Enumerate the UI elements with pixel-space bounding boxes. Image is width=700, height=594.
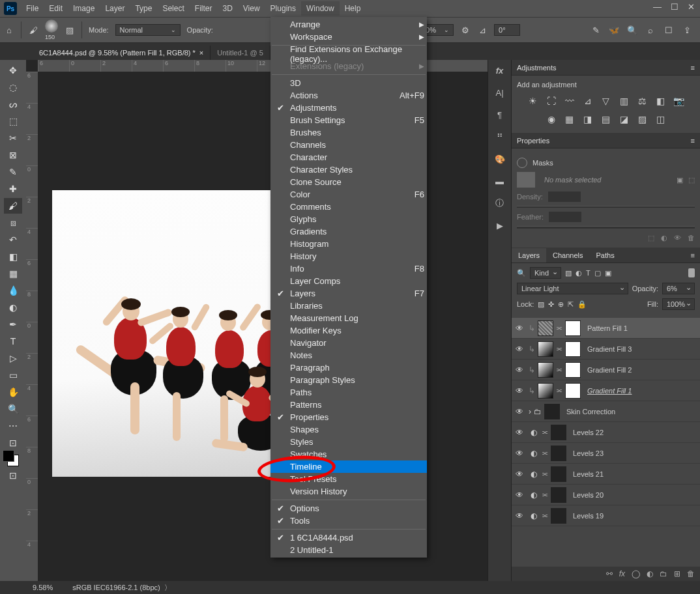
menu-item-gradients[interactable]: Gradients: [270, 225, 427, 238]
filter-type-icon[interactable]: T: [586, 269, 591, 277]
menu-item-navigator[interactable]: Navigator: [270, 337, 427, 349]
menu-item-version-history[interactable]: Version History: [270, 485, 427, 498]
menu-filter[interactable]: Filter: [190, 1, 218, 16]
menu-item-clone-source[interactable]: Clone Source: [270, 176, 427, 188]
brushes-dock-icon[interactable]: ⠛: [493, 130, 506, 143]
marquee-tool[interactable]: ◌: [4, 79, 22, 95]
menu-3d[interactable]: 3D: [217, 1, 237, 16]
lock-artboard-icon[interactable]: ⊕: [558, 300, 564, 309]
color-dock-icon[interactable]: ▬: [493, 175, 506, 188]
type-tool[interactable]: T: [4, 333, 22, 349]
link-icon[interactable]: ⫘: [542, 429, 548, 436]
character-dock-icon[interactable]: A|: [493, 86, 506, 99]
menu-item-channels[interactable]: Channels: [270, 139, 427, 151]
frame-tool[interactable]: ⊠: [4, 147, 22, 163]
mask-thumb[interactable]: [565, 362, 581, 378]
eye-icon[interactable]: 👁: [516, 449, 526, 458]
menu-view[interactable]: View: [238, 1, 265, 16]
zoom-display[interactable]: 9.58%: [33, 584, 53, 591]
stamp-tool[interactable]: ⧇: [4, 215, 22, 231]
gradient-tool[interactable]: ▦: [4, 266, 22, 281]
layer-adj-icon[interactable]: ◐: [647, 569, 653, 578]
filter-image-icon[interactable]: ▧: [565, 269, 572, 277]
menu-item-3d[interactable]: 3D: [270, 77, 427, 89]
menu-item-notes[interactable]: Notes: [270, 349, 427, 361]
link-icon[interactable]: ⫘: [542, 449, 548, 457]
layer-fx-icon[interactable]: fx: [619, 569, 625, 578]
eye-icon[interactable]: 👁: [516, 365, 526, 375]
channels-tab[interactable]: Channels: [546, 248, 589, 262]
panel-menu-icon[interactable]: ≡: [691, 64, 695, 72]
eye-icon[interactable]: 👁: [516, 407, 526, 416]
mask-thumb[interactable]: [565, 341, 581, 357]
link-icon[interactable]: ⫘: [542, 512, 548, 519]
color-swatches[interactable]: [7, 455, 19, 466]
object-select-tool[interactable]: ⬚: [4, 113, 22, 129]
mask-thumb[interactable]: [551, 446, 566, 461]
shape-tool[interactable]: ▭: [4, 367, 22, 383]
layer-thumb[interactable]: [538, 383, 553, 399]
menu-item-styles[interactable]: Styles: [270, 436, 427, 448]
layer-name[interactable]: Pattern Fill 1: [587, 324, 628, 332]
dodge-tool[interactable]: ◐: [4, 300, 22, 315]
blur-tool[interactable]: 💧: [4, 283, 22, 298]
menu-item-properties[interactable]: ✔Properties: [270, 411, 427, 423]
vibrance-adj-icon[interactable]: ▽: [600, 95, 612, 107]
menu-item-swatches[interactable]: Swatches: [270, 448, 427, 460]
zoom-tool[interactable]: 🔍: [4, 401, 22, 417]
lasso-tool[interactable]: ᔕ: [4, 96, 22, 112]
menu-item-modifier-keys[interactable]: Modifier Keys: [270, 324, 427, 337]
home-icon[interactable]: ⌂: [4, 25, 14, 35]
brush-tip-icon[interactable]: 🖌: [28, 25, 38, 35]
gear-icon[interactable]: ⚙: [460, 25, 471, 35]
paths-tab[interactable]: Paths: [590, 248, 621, 262]
layer-filter-select[interactable]: Kind: [530, 267, 561, 279]
photo-filter-adj-icon[interactable]: 📷: [673, 95, 685, 107]
mixer-adj-icon[interactable]: ◉: [546, 113, 557, 125]
lock-nesting-icon[interactable]: ⇱: [568, 300, 574, 309]
layer-new-icon[interactable]: ⊞: [674, 569, 680, 578]
move-tool[interactable]: ✥: [4, 63, 22, 78]
menu-window[interactable]: Window: [301, 1, 340, 16]
menu-file[interactable]: File: [21, 1, 44, 16]
menu-item-paths[interactable]: Paths: [270, 386, 427, 399]
add-vector-mask-icon[interactable]: ⬚: [688, 176, 695, 184]
menu-item-shapes[interactable]: Shapes: [270, 423, 427, 436]
filter-shape-icon[interactable]: ▢: [594, 269, 601, 277]
menu-item-timeline[interactable]: Timeline: [270, 460, 427, 473]
blend-mode-layer-select[interactable]: Linear Light: [517, 283, 628, 294]
eye-icon[interactable]: 👁: [516, 428, 526, 437]
search-icon[interactable]: 🔍: [627, 25, 637, 35]
history-brush-tool[interactable]: ↶: [4, 232, 22, 248]
adjustments-header[interactable]: Adjustments≡: [512, 60, 700, 76]
eye-icon[interactable]: 👁: [516, 386, 526, 395]
menu-item-find-extensions-on-exchange-legacy-[interactable]: Find Extensions on Exchange (legacy)...: [270, 48, 427, 60]
menu-type[interactable]: Type: [130, 1, 157, 16]
mask-visible-icon[interactable]: 👁: [674, 234, 681, 242]
layer-thumb[interactable]: [538, 320, 553, 336]
layer-row[interactable]: 👁↳⫘Gradient Fill 2: [512, 360, 700, 380]
mask-trash-icon[interactable]: 🗑: [688, 234, 695, 242]
mask-thumb[interactable]: [551, 425, 566, 440]
layer-row[interactable]: 👁◐⫘Levels 22: [512, 422, 700, 443]
menu-select[interactable]: Select: [157, 1, 189, 16]
panel-menu-icon[interactable]: ≡: [684, 248, 700, 262]
menu-edit[interactable]: Edit: [44, 1, 68, 16]
document-tab-inactive[interactable]: Untitled-1 @ 5: [211, 46, 270, 60]
posterize-adj-icon[interactable]: ▤: [600, 113, 612, 125]
layer-row[interactable]: 👁◐⫘Levels 19: [512, 505, 700, 526]
panel-menu-icon[interactable]: ≡: [691, 137, 695, 145]
eye-icon[interactable]: 👁: [516, 345, 526, 354]
filter-smart-icon[interactable]: ▣: [605, 269, 611, 277]
layer-name[interactable]: Gradient Fill 3: [587, 345, 632, 353]
angle-input[interactable]: 0°: [494, 24, 520, 36]
menu-item-character[interactable]: Character: [270, 151, 427, 163]
menu-item-tools[interactable]: ✔Tools: [270, 515, 427, 527]
paragraph-dock-icon[interactable]: ¶: [493, 108, 506, 121]
layers-tab[interactable]: Layers: [512, 248, 546, 262]
hue-adj-icon[interactable]: ▥: [619, 95, 630, 107]
layer-name[interactable]: Levels 21: [573, 470, 604, 478]
layer-row[interactable]: 👁◐⫘Levels 20: [512, 485, 700, 505]
link-icon[interactable]: ⫘: [556, 366, 562, 373]
fx-dock-icon[interactable]: fx: [493, 64, 506, 77]
